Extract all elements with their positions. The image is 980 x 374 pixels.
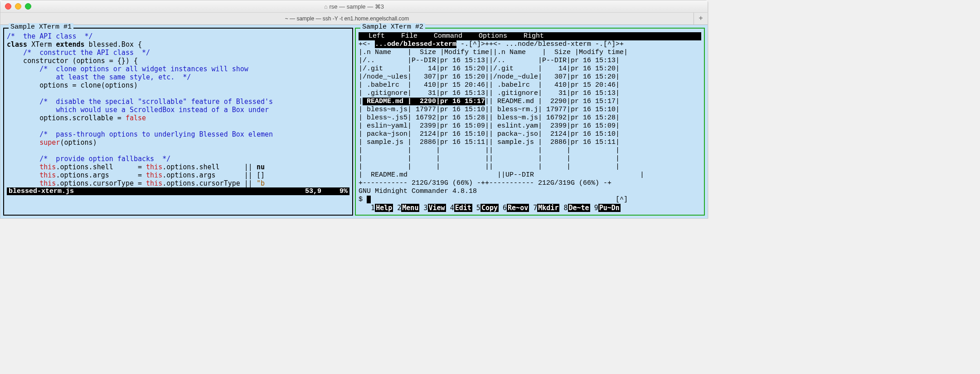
- mc-menu-item[interactable]: Command: [426, 32, 471, 40]
- vim-file: blessed-xterm.js: [9, 187, 74, 195]
- mc-row[interactable]: | bless~.js5| 16792|pr 16 15:28|| bless~…: [359, 114, 701, 122]
- mc-menu-item[interactable]: Right: [515, 32, 552, 40]
- mc-row[interactable]: | eslin~yaml| 2399|pr 16 15:09|| eslint.…: [359, 122, 701, 130]
- fkey-num: 7: [533, 204, 537, 212]
- fkey-de~te[interactable]: De~te: [568, 204, 590, 212]
- mc-menu-item[interactable]: Left: [360, 32, 393, 40]
- mc-row[interactable]: |/node_~ules| 307|pr 16 15:20||/node_~du…: [359, 73, 701, 81]
- mc-version: GNU Midnight Commander 4.8.18: [359, 187, 701, 196]
- fkey-num: 4: [450, 204, 454, 212]
- vim-scroll-pct: 9%: [340, 187, 348, 195]
- mc-row[interactable]: | bless~m.js| 17977|pr 16 15:10|| bless~…: [359, 106, 701, 114]
- fkey-help[interactable]: Help: [375, 204, 393, 212]
- pane-title-1: Sample XTerm #1: [9, 23, 73, 31]
- mc-row[interactable]: | sample.js | 2886|pr 16 15:11|| sample.…: [359, 138, 701, 147]
- mc-menu-item[interactable]: File: [393, 32, 426, 40]
- fkey-num: 8: [563, 204, 568, 212]
- mc-row[interactable]: | README.md | 2290|pr 16 15:17|| README.…: [359, 98, 701, 106]
- window-titlebar[interactable]: ⌂ rse — sample — ⌘3: [0, 0, 708, 13]
- vim-cursor-pos: 53,9: [305, 187, 321, 195]
- mc-row[interactable]: | packa~json| 2124|pr 16 15:10|| packa~.…: [359, 130, 701, 138]
- window-title: ⌂ rse — sample — ⌘3: [0, 3, 708, 10]
- mc-row[interactable]: | | | || | | |: [359, 163, 701, 171]
- fkey-num: 6: [503, 204, 507, 212]
- mc-row[interactable]: |/.. |P--DIR|pr 16 15:13||/.. |P--DIR|pr…: [359, 57, 701, 65]
- fkey-view[interactable]: View: [428, 204, 446, 212]
- new-tab-button[interactable]: +: [694, 13, 708, 25]
- fkey-num: 3: [423, 204, 427, 212]
- mc-menu-bar[interactable]: LeftFileCommandOptionsRight: [359, 32, 701, 40]
- fkey-pu~dn[interactable]: Pu~Dn: [598, 204, 621, 212]
- fkey-menu[interactable]: Menu: [401, 204, 419, 212]
- fkey-num: 5: [476, 204, 480, 212]
- xterm-pane-1[interactable]: Sample XTerm #1 /* the API class */ clas…: [3, 28, 353, 216]
- fkey-num: 1: [371, 204, 375, 212]
- mc-row[interactable]: | .gitignore| 31|pr 16 15:13|| .gitignor…: [359, 89, 701, 98]
- tab-bar: ~ — sample — ssh -Y -t en1.home.engelsch…: [0, 13, 708, 25]
- mc-row[interactable]: | | | || | | |: [359, 147, 701, 155]
- fkey-num: 2: [397, 204, 401, 212]
- mc-row[interactable]: |/.git | 14|pr 16 15:20||/.git | 14|pr 1…: [359, 65, 701, 73]
- mc-prompt[interactable]: $ [^]: [359, 196, 701, 204]
- home-icon: ⌂: [324, 3, 328, 10]
- terminal-window: ⌂ rse — sample — ⌘3 ~ — sample — ssh -Y …: [0, 0, 708, 219]
- mc-row[interactable]: | .babelrc | 410|pr 15 20:46|| .babelrc …: [359, 81, 701, 89]
- tab-label[interactable]: ~ — sample — ssh -Y -t en1.home.engelsch…: [0, 15, 694, 22]
- vim-status-bar: blessed-xterm.js 53,9 9%: [7, 187, 349, 195]
- mc-menu-item[interactable]: Options: [471, 32, 515, 40]
- fkey-mkdir[interactable]: Mkdir: [537, 204, 559, 212]
- mc-fkeys: 1Help 2Menu 3View 4Edit 5Copy 6Re~ov 7Mk…: [359, 204, 701, 212]
- fkey-edit[interactable]: Edit: [454, 204, 472, 212]
- terminal-area: Sample XTerm #1 /* the API class */ clas…: [0, 25, 708, 218]
- fkey-copy[interactable]: Copy: [480, 204, 499, 212]
- xterm-pane-2[interactable]: Sample XTerm #2 LeftFileCommandOptionsRi…: [355, 28, 705, 216]
- fkey-num: 9: [594, 204, 598, 212]
- pane-title-2: Sample XTerm #2: [360, 23, 425, 31]
- mc-row[interactable]: | | | || | | |: [359, 155, 701, 163]
- code-editor[interactable]: /* the API class */ class XTerm extends …: [7, 32, 349, 187]
- fkey-re~ov[interactable]: Re~ov: [507, 204, 529, 212]
